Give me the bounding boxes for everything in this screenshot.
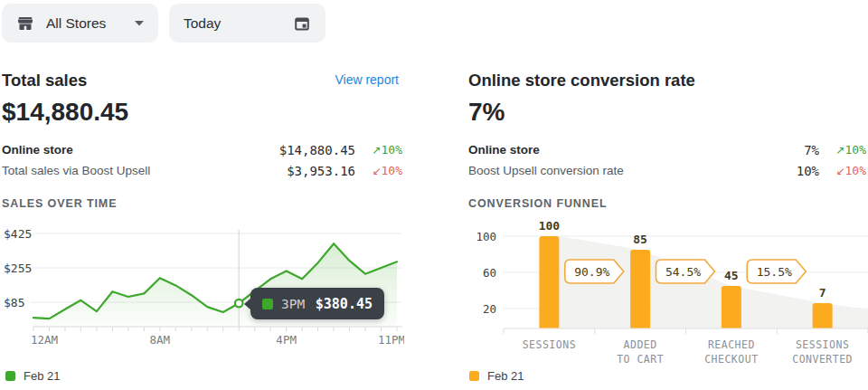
total-sales-panel: Total sales View report $14,880.45 Onlin… bbox=[2, 63, 402, 390]
metric-row-online-store: Online store $14,880.45 ↗10% bbox=[2, 139, 402, 160]
conversion-funnel-chart[interactable]: 1006020100SESSIONS85ADDEDTO CART45REACHE… bbox=[459, 217, 868, 385]
legend-label: Feb 21 bbox=[24, 369, 60, 383]
funnel-bar[interactable] bbox=[630, 250, 650, 328]
svg-text:TO CART: TO CART bbox=[617, 353, 664, 366]
trend-up-icon: ↗ bbox=[372, 144, 381, 157]
view-report-link[interactable]: View report bbox=[335, 72, 399, 87]
svg-text:CONVERTED: CONVERTED bbox=[792, 353, 853, 366]
svg-text:85: 85 bbox=[633, 233, 647, 246]
svg-text:12AM: 12AM bbox=[31, 333, 58, 347]
panel-title: Online store conversion rate bbox=[468, 71, 695, 90]
conversion-rate-panel: Online store conversion rate 7% Online s… bbox=[468, 63, 866, 390]
date-filter-label: Today bbox=[184, 15, 221, 32]
topbar: All Stores Today bbox=[2, 4, 326, 43]
metric-delta: ↙10% bbox=[355, 164, 402, 177]
svg-text:90.9%: 90.9% bbox=[574, 265, 609, 279]
metric-label: Boost Upsell conversion rate bbox=[468, 164, 797, 177]
metric-delta: ↙10% bbox=[819, 164, 866, 177]
trend-down-icon: ↙ bbox=[835, 165, 844, 177]
store-filter-dropdown[interactable]: All Stores bbox=[2, 4, 158, 43]
storefront-icon bbox=[16, 14, 34, 33]
trend-up-icon: ↗ bbox=[835, 144, 844, 157]
svg-text:$425: $425 bbox=[4, 227, 32, 241]
metric-row-online-store: Online store 7% ↗10% bbox=[468, 139, 866, 160]
chart-tooltip: 3PM $380.45 bbox=[250, 288, 384, 319]
metric-delta: ↗10% bbox=[355, 143, 402, 157]
series-color-swatch bbox=[262, 299, 273, 309]
metric-label: Online store bbox=[2, 143, 279, 157]
svg-text:REACHED: REACHED bbox=[708, 338, 755, 351]
svg-text:4PM: 4PM bbox=[276, 333, 297, 347]
total-sales-value: $14,880.45 bbox=[2, 98, 128, 127]
metric-delta: ↗10% bbox=[819, 143, 866, 157]
metric-row-boost-upsell: Boost Upsell conversion rate 10% ↙10% bbox=[468, 160, 866, 181]
analytics-dashboard: All Stores Today Total sales View report… bbox=[0, 0, 868, 390]
tooltip-time: 3PM bbox=[281, 297, 305, 311]
svg-text:11PM: 11PM bbox=[378, 333, 404, 347]
svg-text:$85: $85 bbox=[4, 296, 24, 309]
svg-text:45: 45 bbox=[724, 269, 739, 282]
funnel-legend: Feb 21 bbox=[469, 369, 524, 383]
svg-text:54.5%: 54.5% bbox=[665, 265, 701, 279]
funnel-bar[interactable] bbox=[539, 236, 559, 328]
sales-line-chart[interactable]: $85$255$42512AM8AM4PM11PM 3PM $380.45 bbox=[2, 223, 404, 349]
legend-label: Feb 21 bbox=[487, 369, 524, 383]
svg-text:SESSIONS: SESSIONS bbox=[523, 338, 576, 351]
store-filter-label: All Stores bbox=[46, 15, 106, 32]
conversion-rate-value: 7% bbox=[468, 98, 505, 127]
svg-text:100: 100 bbox=[539, 219, 561, 233]
chevron-down-icon bbox=[135, 21, 144, 26]
metric-row-boost-upsell: Total sales via Boost Upsell $3,953.16 ↙… bbox=[2, 160, 402, 181]
panel-title: Total sales bbox=[2, 71, 87, 90]
svg-text:100: 100 bbox=[476, 230, 496, 243]
svg-text:15.5%: 15.5% bbox=[757, 265, 792, 279]
metric-label: Online store bbox=[468, 143, 804, 157]
metric-label: Total sales via Boost Upsell bbox=[2, 164, 287, 177]
section-label-conversion-funnel: CONVERSION FUNNEL bbox=[468, 197, 608, 210]
metric-rows: Online store $14,880.45 ↗10% Total sales… bbox=[2, 139, 402, 181]
trend-down-icon: ↙ bbox=[372, 165, 381, 177]
section-label-sales-over-time: SALES OVER TIME bbox=[2, 197, 117, 210]
metric-value: 10% bbox=[797, 164, 819, 178]
date-filter-button[interactable]: Today bbox=[169, 4, 326, 43]
svg-text:20: 20 bbox=[483, 302, 496, 316]
tooltip-value: $380.45 bbox=[316, 296, 373, 312]
legend-color-swatch bbox=[469, 371, 479, 381]
metric-rows: Online store 7% ↗10% Boost Upsell conver… bbox=[468, 139, 866, 181]
metric-value: $14,880.45 bbox=[279, 143, 355, 157]
svg-text:ADDED: ADDED bbox=[624, 338, 657, 351]
calendar-icon bbox=[293, 14, 311, 33]
svg-text:$255: $255 bbox=[4, 262, 32, 275]
funnel-bar[interactable] bbox=[722, 286, 741, 328]
svg-text:7: 7 bbox=[819, 286, 826, 300]
svg-text:CHECKOUT: CHECKOUT bbox=[704, 353, 758, 366]
metric-value: $3,953.16 bbox=[287, 164, 355, 178]
hover-point[interactable] bbox=[235, 300, 243, 308]
metric-value: 7% bbox=[804, 143, 819, 157]
sales-legend: Feb 21 bbox=[5, 369, 60, 383]
funnel-bar[interactable] bbox=[813, 303, 833, 328]
svg-text:60: 60 bbox=[483, 266, 496, 280]
legend-color-swatch bbox=[5, 371, 15, 381]
svg-text:SESSIONS: SESSIONS bbox=[796, 338, 849, 351]
svg-text:8AM: 8AM bbox=[150, 333, 171, 347]
